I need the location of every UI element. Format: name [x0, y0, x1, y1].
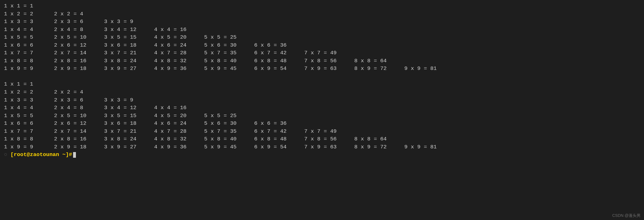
prompt-arrow-icon: ○ — [4, 151, 7, 158]
mult-cell: 2 x 7 = 14 — [54, 49, 104, 57]
mult-cell: 2 x 7 = 14 — [54, 128, 104, 136]
mult-cell: 9 x 9 = 81 — [404, 65, 454, 73]
mult-cell: 3 x 7 = 21 — [104, 49, 154, 57]
mult-cell: 7 x 8 = 56 — [304, 135, 354, 143]
mult-cell: 8 x 9 = 72 — [354, 65, 404, 73]
mult-cell: 7 x 9 = 63 — [304, 143, 354, 151]
mult-cell: 4 x 5 = 20 — [154, 112, 204, 120]
output-row: 1 x 4 = 42 x 4 = 83 x 4 = 124 x 4 = 16 — [4, 26, 640, 34]
mult-cell: 5 x 9 = 45 — [204, 65, 254, 73]
mult-cell: 4 x 6 = 24 — [154, 120, 204, 128]
mult-cell: 4 x 7 = 28 — [154, 128, 204, 136]
mult-cell: 1 x 3 = 3 — [4, 18, 54, 26]
mult-cell: 7 x 7 = 49 — [304, 128, 354, 136]
mult-cell: 2 x 4 = 8 — [54, 104, 104, 112]
terminal-output[interactable]: 1 x 1 = 11 x 2 = 22 x 2 = 41 x 3 = 32 x … — [0, 0, 644, 161]
mult-cell: 2 x 6 = 12 — [54, 41, 104, 49]
mult-cell: 6 x 6 = 36 — [254, 120, 304, 128]
output-row: 1 x 6 = 62 x 6 = 123 x 6 = 184 x 6 = 245… — [4, 120, 640, 128]
mult-cell: 1 x 3 = 3 — [4, 96, 54, 104]
mult-cell: 1 x 8 = 8 — [4, 135, 54, 143]
mult-cell: 4 x 4 = 16 — [154, 104, 204, 112]
mult-cell: 7 x 9 = 63 — [304, 65, 354, 73]
output-row: 1 x 6 = 62 x 6 = 123 x 6 = 184 x 6 = 245… — [4, 41, 640, 49]
output-row: 1 x 2 = 22 x 2 = 4 — [4, 10, 640, 18]
mult-cell: 4 x 9 = 36 — [154, 143, 204, 151]
prompt-suffix: ]# — [66, 151, 72, 158]
mult-cell: 4 x 7 = 28 — [154, 49, 204, 57]
mult-cell: 3 x 4 = 12 — [104, 26, 154, 34]
blank-line — [4, 73, 640, 81]
mult-cell: 1 x 6 = 6 — [4, 41, 54, 49]
mult-cell: 3 x 8 = 24 — [104, 57, 154, 65]
output-row: 1 x 9 = 92 x 9 = 183 x 9 = 274 x 9 = 365… — [4, 143, 640, 151]
mult-cell: 2 x 2 = 4 — [54, 10, 104, 18]
mult-cell: 3 x 3 = 9 — [104, 18, 154, 26]
mult-cell: 6 x 8 = 48 — [254, 135, 304, 143]
mult-cell: 2 x 8 = 16 — [54, 135, 104, 143]
mult-cell: 8 x 9 = 72 — [354, 143, 404, 151]
mult-cell: 6 x 7 = 42 — [254, 128, 304, 136]
mult-cell: 6 x 9 = 54 — [254, 143, 304, 151]
mult-cell: 1 x 5 = 5 — [4, 34, 54, 41]
output-row: 1 x 9 = 92 x 9 = 183 x 9 = 274 x 9 = 365… — [4, 65, 640, 73]
mult-cell: 1 x 8 = 8 — [4, 57, 54, 65]
mult-cell: 5 x 6 = 30 — [204, 120, 254, 128]
mult-cell: 3 x 4 = 12 — [104, 104, 154, 112]
mult-cell: 1 x 9 = 9 — [4, 65, 54, 73]
mult-cell: 6 x 8 = 48 — [254, 57, 304, 65]
mult-cell: 5 x 9 = 45 — [204, 143, 254, 151]
mult-cell: 5 x 5 = 25 — [204, 34, 254, 41]
mult-cell: 9 x 9 = 81 — [404, 143, 454, 151]
prompt-path: ~ — [62, 151, 65, 158]
mult-cell: 2 x 4 = 8 — [54, 26, 104, 34]
mult-cell: 2 x 9 = 18 — [54, 65, 104, 73]
output-row: 1 x 7 = 72 x 7 = 143 x 7 = 214 x 7 = 285… — [4, 49, 640, 57]
mult-cell: 2 x 2 = 4 — [54, 88, 104, 96]
mult-cell: 3 x 3 = 9 — [104, 96, 154, 104]
mult-cell: 6 x 9 = 54 — [254, 65, 304, 73]
mult-cell: 5 x 5 = 25 — [204, 112, 254, 120]
mult-cell: 1 x 7 = 7 — [4, 128, 54, 136]
mult-cell: 4 x 5 = 20 — [154, 34, 204, 41]
mult-cell: 3 x 7 = 21 — [104, 128, 154, 136]
output-row: 1 x 2 = 22 x 2 = 4 — [4, 88, 640, 96]
output-row: 1 x 5 = 52 x 5 = 103 x 5 = 154 x 5 = 205… — [4, 34, 640, 41]
mult-cell: 5 x 6 = 30 — [204, 41, 254, 49]
mult-cell: 4 x 9 = 36 — [154, 65, 204, 73]
mult-cell: 2 x 6 = 12 — [54, 120, 104, 128]
mult-cell: 3 x 5 = 15 — [104, 112, 154, 120]
watermark: CSDN @蓬头男 — [612, 213, 641, 218]
mult-cell: 1 x 2 = 2 — [4, 10, 54, 18]
mult-cell: 1 x 7 = 7 — [4, 49, 54, 57]
mult-cell: 5 x 7 = 35 — [204, 49, 254, 57]
mult-cell: 3 x 5 = 15 — [104, 34, 154, 41]
mult-cell: 2 x 5 = 10 — [54, 34, 104, 41]
output-row: 1 x 1 = 1 — [4, 2, 640, 10]
mult-cell: 3 x 9 = 27 — [104, 143, 154, 151]
mult-cell: 6 x 7 = 42 — [254, 49, 304, 57]
mult-cell: 3 x 8 = 24 — [104, 135, 154, 143]
mult-cell: 4 x 4 = 16 — [154, 26, 204, 34]
mult-cell: 5 x 8 = 40 — [204, 135, 254, 143]
mult-cell: 2 x 8 = 16 — [54, 57, 104, 65]
cursor-icon — [73, 152, 76, 158]
mult-cell: 4 x 8 = 32 — [154, 57, 204, 65]
mult-cell: 3 x 6 = 18 — [104, 41, 154, 49]
mult-cell: 1 x 9 = 9 — [4, 143, 54, 151]
output-row: 1 x 3 = 32 x 3 = 63 x 3 = 9 — [4, 18, 640, 26]
mult-cell: 2 x 3 = 6 — [54, 18, 104, 26]
mult-cell: 2 x 3 = 6 — [54, 96, 104, 104]
mult-cell: 4 x 6 = 24 — [154, 41, 204, 49]
output-row: 1 x 3 = 32 x 3 = 63 x 3 = 9 — [4, 96, 640, 104]
mult-cell: 1 x 6 = 6 — [4, 120, 54, 128]
mult-cell: 8 x 8 = 64 — [354, 57, 404, 65]
mult-cell: 2 x 5 = 10 — [54, 112, 104, 120]
mult-cell: 1 x 5 = 5 — [4, 112, 54, 120]
mult-cell: 5 x 7 = 35 — [204, 128, 254, 136]
mult-cell: 2 x 9 = 18 — [54, 143, 104, 151]
output-row: 1 x 8 = 82 x 8 = 163 x 8 = 244 x 8 = 325… — [4, 135, 640, 143]
mult-cell: 7 x 8 = 56 — [304, 57, 354, 65]
mult-cell: 1 x 2 = 2 — [4, 88, 54, 96]
prompt-line[interactable]: ○ [root@zaotounan ~]# — [4, 151, 640, 159]
